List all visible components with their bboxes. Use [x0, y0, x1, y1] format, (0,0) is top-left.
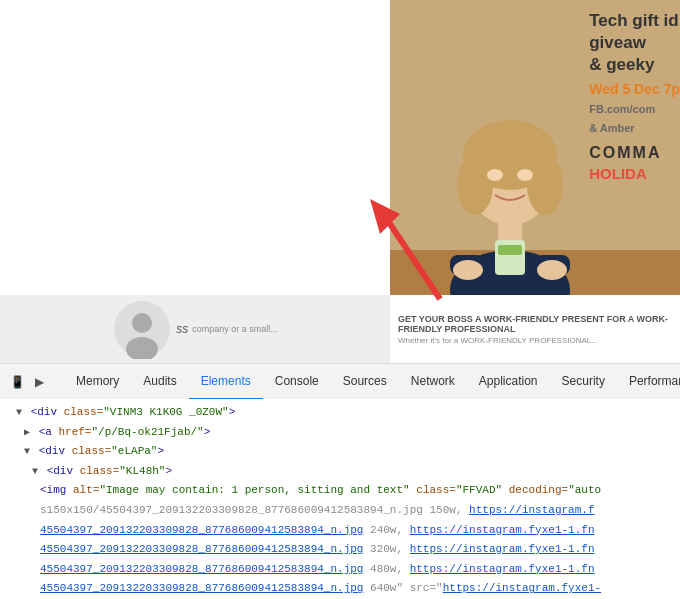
element-line-8: 45504397_209132203309828_877686009412583… — [8, 540, 672, 560]
svg-point-7 — [527, 155, 563, 215]
device-toolbar-icon[interactable]: 📱 — [8, 373, 26, 391]
profile-mini-icon — [112, 299, 172, 359]
banner-right-text: GET YOUR BOSS A WORK-FRIENDLY PRESENT FO… — [398, 314, 672, 334]
tech-gift-title-2: giveaw — [589, 32, 680, 54]
tech-gift-title-3: & geeky — [589, 54, 680, 76]
element-line-2: ▶ <a href="/p/Bq-ok21Fjab/"> — [8, 423, 672, 443]
tab-memory[interactable]: Memory — [64, 364, 131, 400]
devtools-elements-panel: ▼ <div class="VINM3 K1K0G _0Z0W"> ▶ <a h… — [0, 399, 680, 599]
element-line-1: ▼ <div class="VINM3 K1K0G _0Z0W"> — [8, 403, 672, 423]
webpage-preview: Tech gift id giveaw & geeky Wed 5 Dec 7p… — [0, 0, 680, 363]
element-line-10: 45504397_209132203309828_877686009412583… — [8, 579, 672, 599]
devtools-toolbar: 📱 ▶ Memory Audits Elements Console Sourc… — [0, 363, 680, 399]
element-line-5: <img alt="Image may contain: 1 person, s… — [8, 481, 672, 501]
command-text: COMMA — [589, 143, 680, 164]
tab-network[interactable]: Network — [399, 364, 467, 400]
triangle-icon-2: ▶ — [24, 427, 30, 438]
tab-security[interactable]: Security — [550, 364, 617, 400]
tech-gift-title-1: Tech gift id — [589, 10, 680, 32]
tab-sources[interactable]: Sources — [331, 364, 399, 400]
banner-right-subtext: Whether it's for a WORK-FRIENDLY PROFESS… — [398, 336, 672, 345]
svg-point-8 — [487, 169, 503, 181]
image-text-overlay: Tech gift id giveaw & geeky Wed 5 Dec 7p… — [589, 10, 680, 183]
triangle-icon-4: ▼ — [32, 466, 38, 477]
svg-rect-15 — [498, 245, 522, 255]
red-arrow — [350, 179, 470, 313]
element-line-6: s150x150/45504397_209132203309828_877686… — [8, 501, 672, 521]
element-line-7: 45504397_209132203309828_877686009412583… — [8, 521, 672, 541]
select-element-icon[interactable]: ▶ — [30, 373, 48, 391]
element-line-9: 45504397_209132203309828_877686009412583… — [8, 560, 672, 580]
element-line-3: ▼ <div class="eLAPa"> — [8, 442, 672, 462]
tab-application[interactable]: Application — [467, 364, 550, 400]
triangle-icon-3: ▼ — [24, 446, 30, 457]
devtools-tabs: Memory Audits Elements Console Sources N… — [64, 364, 680, 400]
date-text: Wed 5 Dec 7p — [589, 80, 680, 98]
tab-performance[interactable]: Performance — [617, 364, 680, 400]
bottom-banner: ss company or a small... GET YOUR BOSS A… — [0, 295, 680, 363]
elements-code-panel: ▼ <div class="VINM3 K1K0G _0Z0W"> ▶ <a h… — [0, 399, 680, 599]
name-text: & Amber — [589, 121, 680, 135]
url-text: FB.com/com — [589, 102, 680, 116]
bottom-banner-left: ss company or a small... — [0, 295, 390, 363]
tab-audits[interactable]: Audits — [131, 364, 188, 400]
element-line-4: ▼ <div class="KL48h"> — [8, 462, 672, 482]
banner-company-text: company or a small... — [192, 324, 278, 334]
holiday-text: HOLIDA — [589, 164, 680, 184]
browser-content: Tech gift id giveaw & geeky Wed 5 Dec 7p… — [0, 0, 680, 363]
svg-point-13 — [537, 260, 567, 280]
banner-left-text: ss — [176, 322, 188, 336]
devtools-icon-group: 📱 ▶ — [8, 373, 52, 391]
svg-point-9 — [517, 169, 533, 181]
svg-point-19 — [132, 313, 152, 333]
triangle-icon-1: ▼ — [16, 407, 22, 418]
tab-console[interactable]: Console — [263, 364, 331, 400]
tab-elements[interactable]: Elements — [189, 364, 263, 400]
